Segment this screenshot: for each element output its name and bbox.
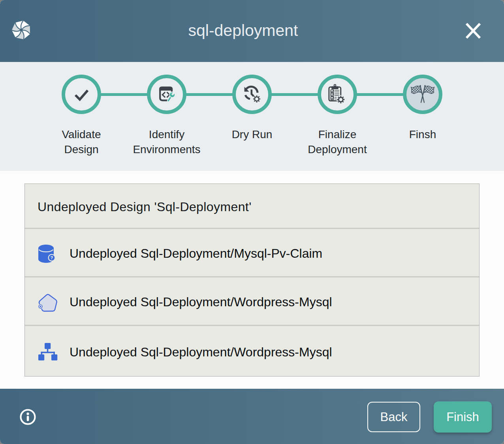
svg-text:?: ?: [51, 255, 53, 260]
